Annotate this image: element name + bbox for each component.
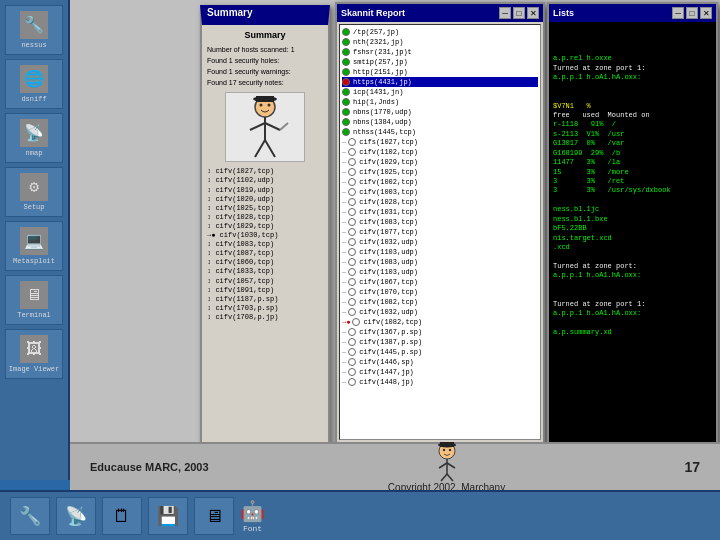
summary-content: Summary Number of hosts scanned: 1 Found… — [202, 25, 328, 327]
term-line: ness.bl.1.bxe — [553, 215, 712, 224]
bullet-icon — [348, 298, 356, 306]
dash-icon: — — [342, 348, 346, 356]
sidebar: 🔧 nessus 🌐 dsniff 📡 nmap ⚙ Setup 💻 Metas… — [0, 0, 70, 480]
sidebar-icon-label: Image Viewer — [9, 365, 59, 373]
taskbar-icon-3[interactable]: 🗒 — [102, 497, 142, 535]
summary-scan-15: ↕ cifv(1187,p.sp) — [207, 295, 323, 304]
bullet-icon — [342, 58, 350, 66]
dash-icon: — — [342, 228, 346, 236]
summary-scan-13: ↕ cifv(1057,tcp) — [207, 277, 323, 286]
bullet-icon — [348, 158, 356, 166]
scan-text: http(2151,jp) — [353, 68, 408, 76]
term-line: a.p.summary.xd — [553, 328, 712, 337]
scan-text: cifv(1077,tcp) — [359, 228, 418, 236]
term-line — [553, 26, 712, 35]
summary-scan-10: ↕ cifv(1087,tcp) — [207, 249, 323, 258]
bullet-icon — [348, 188, 356, 196]
summary-scan-11: ↕ cifv(1060,tcp) — [207, 258, 323, 267]
scan-text: cifv(1447,jp) — [359, 368, 414, 376]
scan-text: nbns(1384,udp) — [353, 118, 412, 126]
term-line: nis.target.xcd — [553, 234, 712, 243]
bullet-icon — [348, 378, 356, 386]
nmap-icon: 📡 — [20, 119, 48, 147]
term-line — [553, 281, 712, 290]
desktop: 🔧 nessus 🌐 dsniff 📡 nmap ⚙ Setup 💻 Metas… — [0, 0, 720, 540]
scan-text: cifv(1083,tcp) — [359, 218, 418, 226]
dash-icon: — — [342, 368, 346, 376]
scan-text: cifv(1367,p.sp) — [359, 328, 422, 336]
term-line: $V7N1 % — [553, 102, 712, 111]
dash-icon: — — [342, 288, 346, 296]
term-line: a.p.p.1 h.oA1.hA.oxx: — [553, 73, 712, 82]
list-item-selected[interactable]: https(4431,jp) — [342, 77, 538, 87]
nessus-icon: 🔧 — [20, 11, 48, 39]
dash-icon: — — [342, 258, 346, 266]
bullet-icon — [342, 108, 350, 116]
svg-line-10 — [280, 123, 288, 130]
taskbar-icon-1[interactable]: 🔧 — [10, 497, 50, 535]
minimize-button[interactable]: ─ — [499, 7, 511, 19]
dash-icon: — — [342, 218, 346, 226]
scan-text: cifv(1082,tcp) — [359, 298, 418, 306]
taskbar-icon-2[interactable]: 📡 — [56, 497, 96, 535]
scan-text: cifv(1103,udp) — [359, 248, 418, 256]
sidebar-icon-nmap[interactable]: 📡 nmap — [5, 113, 63, 163]
dash-icon: — — [342, 208, 346, 216]
sidebar-icon-image-viewer[interactable]: 🖼 Image Viewer — [5, 329, 63, 379]
dash-icon: — — [342, 358, 346, 366]
sidebar-icon-dsniff[interactable]: 🌐 dsniff — [5, 59, 63, 109]
scan-list[interactable]: /tp(257,jp) nth(2321,jp) fshsr(231,jp)t … — [339, 24, 541, 440]
dsniff-icon: 🌐 — [20, 65, 48, 93]
list-item: — cifv(1446,sp) — [342, 357, 538, 367]
footer-mascot-icon — [427, 442, 467, 482]
list-item: — cifv(1032,udp) — [342, 307, 538, 317]
terminal-close[interactable]: ✕ — [700, 7, 712, 19]
sidebar-icon-terminal[interactable]: 🖥 Terminal — [5, 275, 63, 325]
list-item: nth(2321,jp) — [342, 37, 538, 47]
sidebar-icon-setup[interactable]: ⚙ Setup — [5, 167, 63, 217]
term-line: bF5.22BB — [553, 224, 712, 233]
summary-scan-16: ↕ cifv(1703,p.sp) — [207, 304, 323, 313]
scan-text: cifs(1027,tcp) — [359, 138, 418, 146]
summary-scan-17: ↕ cifv(1708,p.jp) — [207, 313, 323, 322]
terminal-maximize[interactable]: □ — [686, 7, 698, 19]
svg-rect-9 — [256, 96, 274, 102]
bullet-icon — [348, 238, 356, 246]
terminal-minimize[interactable]: ─ — [672, 7, 684, 19]
setup-icon: ⚙ — [20, 173, 48, 201]
scan-text: cifv(1446,sp) — [359, 358, 414, 366]
footer-page-number: 17 — [684, 459, 700, 475]
scan-text: icp(1431,jn) — [353, 88, 403, 96]
svg-line-16 — [447, 463, 455, 468]
list-item: — cifv(1032,udp) — [342, 237, 538, 247]
list-item: — cifv(1029,tcp) — [342, 157, 538, 167]
taskbar-icon-4[interactable]: 💾 — [148, 497, 188, 535]
bullet-icon — [348, 288, 356, 296]
list-item: — cifv(1003,tcp) — [342, 187, 538, 197]
term-line: 11477 3% /la — [553, 158, 712, 167]
terminal-controls: ─ □ ✕ — [672, 7, 712, 19]
summary-scan-5: ↕ cifv(1025,tcp) — [207, 204, 323, 213]
sidebar-icon-nessus[interactable]: 🔧 nessus — [5, 5, 63, 55]
bullet-icon — [348, 358, 356, 366]
arrow-icon: →● — [342, 318, 350, 326]
taskbar-icon-5[interactable]: 🖥 — [194, 497, 234, 535]
maximize-button[interactable]: □ — [513, 7, 525, 19]
sidebar-icon-label: nessus — [21, 41, 46, 49]
list-item: hip(1,Jnds) — [342, 97, 538, 107]
list-item: nbns(1384,udp) — [342, 117, 538, 127]
sidebar-icon-metasploit[interactable]: 💻 Metasploit — [5, 221, 63, 271]
close-button[interactable]: ✕ — [527, 7, 539, 19]
summary-scan-3: ↕ cifv(1019,udp) — [207, 186, 323, 195]
footer-center: Copyright 2002, Marchany — [388, 442, 505, 493]
term-line: G168199 29% /b — [553, 149, 712, 158]
term-line — [553, 92, 712, 101]
scan-text: cifv(1070,tcp) — [359, 288, 418, 296]
dash-icon: — — [342, 178, 346, 186]
dash-icon: — — [342, 268, 346, 276]
scan-text: /tp(257,jp) — [353, 28, 399, 36]
scan-text: cifv(1002,tcp) — [359, 178, 418, 186]
scan-text: smtip(257,jp) — [353, 58, 408, 66]
terminal-content[interactable]: a.p.rel h.oxxe Turned at zone port 1: a.… — [549, 22, 716, 466]
bullet-icon — [348, 228, 356, 236]
